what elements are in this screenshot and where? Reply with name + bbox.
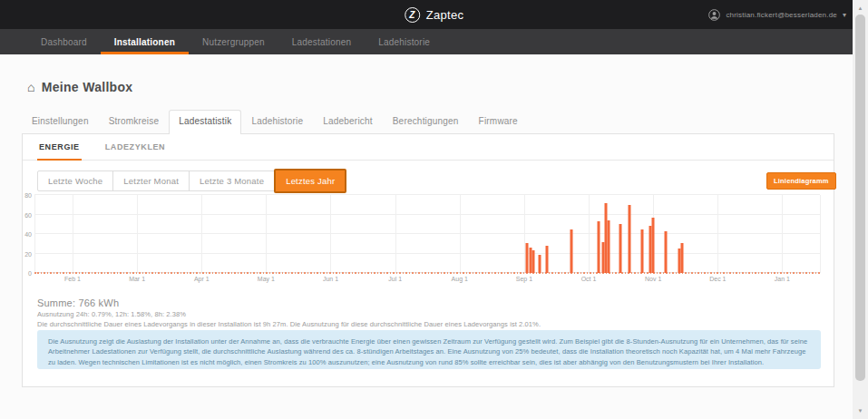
x-tick-label: Apr 1	[194, 276, 210, 282]
nav-item-ladehistorie[interactable]: Ladehistorie	[365, 29, 444, 54]
filter-letztes-jahr[interactable]: Letztes Jahr	[274, 169, 346, 193]
main-nav: Dashboard Installationen Nutzergruppen L…	[0, 29, 868, 54]
x-tick-label: Jan 1	[775, 276, 790, 282]
x-tick-label: Sep 1	[516, 276, 532, 282]
zaptec-logo[interactable]: Z Zaptec	[405, 0, 464, 29]
energy-bar[interactable]	[532, 250, 534, 273]
nav-item-ladestationen[interactable]: Ladestationen	[278, 29, 365, 54]
x-tick-label: Mar 1	[129, 276, 145, 282]
energy-bar[interactable]	[651, 218, 654, 273]
energy-bar[interactable]	[665, 231, 668, 273]
summary-duration: Die durchschnittliche Dauer eines Ladevo…	[37, 320, 541, 328]
gridline-x	[395, 195, 396, 273]
user-avatar-icon	[708, 9, 720, 21]
tab-ladehistorie[interactable]: Ladehistorie	[241, 110, 313, 133]
x-tick-label: Nov 1	[645, 276, 661, 282]
chart-edge-line	[820, 195, 821, 273]
energy-bar[interactable]	[680, 243, 683, 273]
page-title-label: Meine Wallbox	[42, 80, 133, 94]
x-tick-label: Dec 1	[709, 276, 726, 282]
gridline-x	[589, 195, 590, 273]
ladestatistik-panel: ENERGIE LADEZYKLEN Letzte Woche Letzter …	[22, 133, 834, 387]
filter-letzte-3-monate[interactable]: Letzte 3 Monate	[189, 171, 275, 191]
zaptec-portal: Z Zaptec christian.fickert@besserladen.d…	[0, 0, 868, 419]
chart-edge-line	[34, 195, 35, 273]
energy-bar[interactable]	[571, 229, 573, 273]
x-tick-label: Feb 1	[64, 276, 81, 282]
scrollbar-thumb[interactable]	[855, 15, 865, 381]
topbar: Z Zaptec christian.fickert@besserladen.d…	[0, 0, 868, 29]
gridline-y	[34, 214, 820, 215]
energy-bar[interactable]	[619, 224, 622, 273]
tab-einstellungen[interactable]: Einstellungen	[22, 110, 99, 133]
gridline-y	[34, 253, 820, 254]
nav-item-dashboard[interactable]: Dashboard	[27, 29, 101, 54]
tab-berechtigungen[interactable]: Berechtigungen	[383, 110, 469, 133]
page-scrollbar[interactable]: ▲ ▼	[853, 0, 868, 419]
scrollbar-down-icon[interactable]: ▼	[853, 404, 868, 417]
subtab-ladezyklen[interactable]: LADEZYKLEN	[103, 134, 168, 161]
summary-utilization: Ausnutzung 24h: 0.79%, 12h: 1.58%, 8h: 2…	[37, 310, 541, 318]
gridline-x	[266, 195, 267, 273]
x-tick-label: Aug 1	[452, 276, 468, 282]
filter-letzte-woche[interactable]: Letzte Woche	[37, 171, 113, 191]
energy-bar[interactable]	[641, 229, 644, 273]
y-tick-label: 80	[20, 192, 32, 199]
tab-firmware[interactable]: Firmware	[469, 110, 528, 133]
home-icon: ⌂	[27, 81, 35, 93]
energy-bar[interactable]	[597, 221, 600, 273]
user-menu[interactable]: christian.fickert@besserladen.de ▾	[708, 0, 846, 29]
energy-bar[interactable]	[525, 243, 528, 273]
brand-name: Zaptec	[426, 8, 464, 22]
energy-bar[interactable]	[629, 205, 631, 273]
subtab-energie[interactable]: ENERGIE	[37, 134, 82, 161]
gridline-y	[34, 194, 820, 195]
chevron-down-icon: ▾	[843, 11, 846, 19]
tab-stromkreise[interactable]: Stromkreise	[99, 110, 170, 133]
gridline-x	[73, 195, 73, 273]
x-tick-label: May 1	[258, 276, 275, 282]
gridline-x	[137, 195, 138, 273]
liniendiagramm-button[interactable]: Liniendiagramm	[766, 172, 836, 190]
gridline-x	[782, 195, 783, 273]
y-tick-label: 20	[20, 251, 32, 258]
y-tick-label: 60	[20, 212, 32, 219]
time-range-filter: Letzte Woche Letzter Monat Letzte 3 Mona…	[37, 171, 346, 191]
summary-total: Summe: 766 kWh	[37, 297, 541, 308]
gridline-x	[460, 195, 461, 273]
chart-summary: Summe: 766 kWh Ausnutzung 24h: 0.79%, 12…	[37, 297, 541, 328]
page-title: ⌂ Meine Wallbox	[27, 80, 132, 94]
filter-letzter-monat[interactable]: Letzter Monat	[112, 171, 190, 191]
gridline-x	[717, 195, 718, 273]
tab-ladebericht[interactable]: Ladebericht	[313, 110, 382, 133]
statistik-subtabs: ENERGIE LADEZYKLEN	[23, 134, 834, 161]
energy-bar[interactable]	[545, 246, 548, 273]
tab-ladestatistik[interactable]: Ladestatistik	[169, 110, 241, 134]
energy-bar-chart: 020406080Feb 1Mar 1Apr 1May 1Jun 1Jul 1A…	[34, 195, 820, 273]
x-tick-label: Jun 1	[323, 276, 338, 282]
utilization-info-box: Die Ausnutzung zeigt die Auslastung der …	[37, 330, 821, 369]
gridline-x	[201, 195, 202, 273]
installation-tabs: Einstellungen Stromkreise Ladestatistik …	[22, 110, 528, 133]
x-tick-label: Jul 1	[388, 276, 402, 282]
y-tick-label: 40	[20, 231, 32, 238]
energy-bar[interactable]	[538, 255, 541, 273]
gridline-x	[330, 195, 331, 273]
x-tick-label: Oct 1	[581, 276, 597, 282]
nav-item-nutzergruppen[interactable]: Nutzergruppen	[189, 29, 278, 54]
zero-dotted-line	[34, 272, 820, 274]
y-tick-label: 0	[20, 270, 32, 277]
nav-item-installationen[interactable]: Installationen	[101, 29, 189, 54]
zaptec-logo-icon: Z	[405, 7, 420, 23]
scrollbar-up-icon[interactable]: ▲	[853, 2, 868, 15]
user-email: christian.fickert@besserladen.de	[726, 11, 837, 19]
energy-bar[interactable]	[608, 220, 610, 273]
gridline-y	[34, 233, 820, 234]
